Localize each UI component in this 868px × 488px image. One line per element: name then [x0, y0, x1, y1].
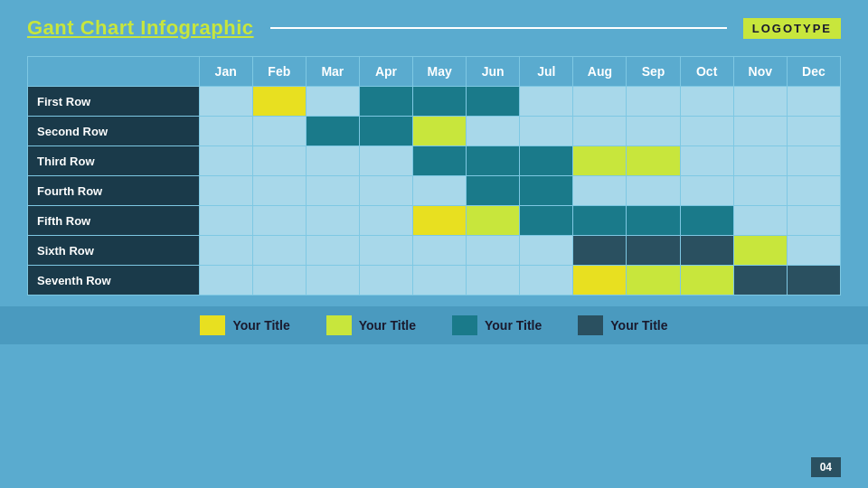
gantt-cell — [199, 266, 252, 296]
gantt-cell — [467, 87, 520, 117]
gantt-cell — [733, 266, 787, 296]
legend-swatch-dark — [578, 315, 603, 335]
gantt-cell — [413, 266, 467, 296]
page-title: Gant Chart Infographic — [27, 16, 254, 40]
gantt-cell — [413, 176, 467, 206]
gantt-cell — [520, 236, 573, 266]
gantt-cell — [627, 146, 680, 176]
gantt-cell — [787, 87, 840, 117]
legend-label-lime: Your Title — [359, 318, 416, 333]
gantt-cell — [573, 87, 627, 117]
col-header-oct: Oct — [680, 57, 733, 87]
gantt-cell — [252, 117, 306, 146]
gantt-cell — [252, 266, 306, 296]
gantt-cell — [252, 206, 306, 236]
gantt-cell — [467, 236, 520, 266]
gantt-cell — [413, 236, 467, 266]
gantt-cell — [467, 266, 520, 296]
legend-label-yellow: Your Title — [232, 318, 289, 333]
legend-swatch-lime — [326, 315, 352, 335]
legend-swatch-yellow — [200, 315, 225, 335]
gantt-cell — [573, 236, 627, 266]
gantt-cell — [252, 176, 306, 206]
table-row: Fourth Row — [28, 176, 841, 206]
page-header: Gant Chart Infographic LOGOTYPE — [0, 0, 868, 49]
col-header-sep: Sep — [627, 57, 680, 87]
gantt-cell — [627, 236, 680, 266]
row-label: First Row — [28, 87, 200, 117]
col-header-jul: Jul — [520, 57, 573, 87]
row-label: Third Row — [28, 146, 200, 176]
table-row: Fifth Row — [28, 206, 841, 236]
gantt-cell — [627, 117, 680, 146]
legend-item-lime: Your Title — [326, 315, 416, 335]
gantt-cell — [680, 206, 733, 236]
gantt-cell — [252, 236, 306, 266]
gantt-cell — [787, 176, 840, 206]
gantt-cell — [467, 176, 520, 206]
page-number: 04 — [811, 457, 841, 477]
row-label: Fourth Row — [28, 176, 200, 206]
gantt-cell — [520, 176, 573, 206]
legend-swatch-teal — [452, 315, 477, 335]
gantt-cell — [359, 236, 412, 266]
logotype: LOGOTYPE — [743, 18, 841, 39]
gantt-cell — [787, 117, 840, 146]
col-header-feb: Feb — [252, 57, 306, 87]
gantt-cell — [520, 117, 573, 146]
gantt-cell — [680, 236, 733, 266]
gantt-cell — [787, 266, 840, 296]
row-label: Fifth Row — [28, 206, 200, 236]
col-header-mar: Mar — [306, 57, 359, 87]
row-label: Sixth Row — [28, 236, 200, 266]
gantt-cell — [467, 206, 520, 236]
gantt-cell — [733, 206, 787, 236]
chart-area: Jan Feb Mar Apr May Jun Jul Aug Sep Oct … — [0, 56, 868, 296]
table-row: Second Row — [28, 117, 841, 146]
col-header-apr: Apr — [359, 57, 412, 87]
table-row: Third Row — [28, 146, 841, 176]
table-row: Sixth Row — [28, 236, 841, 266]
gantt-cell — [199, 117, 252, 146]
table-row: First Row — [28, 87, 841, 117]
gantt-cell — [306, 146, 359, 176]
gantt-cell — [680, 266, 733, 296]
gantt-cell — [573, 176, 627, 206]
gantt-cell — [359, 146, 412, 176]
gantt-cell — [199, 146, 252, 176]
gantt-cell — [520, 146, 573, 176]
col-header-aug: Aug — [573, 57, 627, 87]
gantt-table: Jan Feb Mar Apr May Jun Jul Aug Sep Oct … — [27, 56, 841, 296]
gantt-cell — [359, 87, 412, 117]
col-header-dec: Dec — [787, 57, 840, 87]
gantt-cell — [359, 117, 412, 146]
gantt-cell — [199, 176, 252, 206]
gantt-cell — [413, 146, 467, 176]
gantt-cell — [787, 146, 840, 176]
gantt-cell — [306, 206, 359, 236]
gantt-cell — [733, 87, 787, 117]
legend-item-teal: Your Title — [452, 315, 542, 335]
gantt-cell — [733, 146, 787, 176]
col-header-jun: Jun — [467, 57, 520, 87]
col-header-nov: Nov — [733, 57, 787, 87]
legend-item-yellow: Your Title — [200, 315, 289, 335]
gantt-cell — [252, 87, 306, 117]
gantt-cell — [199, 87, 252, 117]
legend-bar: Your Title Your Title Your Title Your Ti… — [0, 306, 868, 344]
gantt-cell — [359, 176, 412, 206]
gantt-cell — [199, 236, 252, 266]
gantt-cell — [199, 206, 252, 236]
gantt-cell — [467, 146, 520, 176]
gantt-cell — [306, 266, 359, 296]
gantt-cell — [680, 117, 733, 146]
gantt-cell — [306, 236, 359, 266]
col-header-label — [28, 57, 200, 87]
gantt-cell — [573, 117, 627, 146]
gantt-cell — [306, 176, 359, 206]
gantt-cell — [413, 87, 467, 117]
gantt-cell — [680, 87, 733, 117]
gantt-cell — [787, 206, 840, 236]
col-header-may: May — [413, 57, 467, 87]
legend-label-teal: Your Title — [485, 318, 542, 333]
